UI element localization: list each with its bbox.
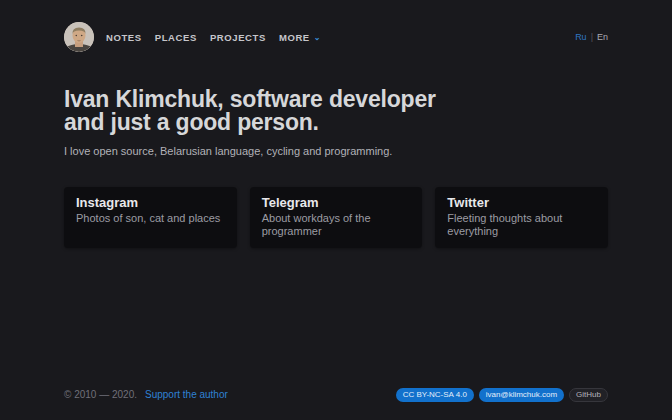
license-badge[interactable]: CC BY-NC-SA 4.0 bbox=[396, 388, 474, 403]
card-description: Photos of son, cat and places bbox=[76, 212, 225, 225]
card-title: Telegram bbox=[262, 195, 411, 210]
language-switcher: Ru | En bbox=[575, 32, 608, 42]
copyright-text: © 2010 — 2020. bbox=[64, 389, 137, 400]
nav-item-label: Notes bbox=[106, 32, 142, 43]
nav-item-label: More bbox=[279, 32, 310, 43]
card-telegram[interactable]: Telegram About workdays of the programme… bbox=[250, 187, 423, 248]
github-badge[interactable]: GitHub bbox=[569, 388, 608, 403]
site-footer: © 2010 — 2020. Support the author CC BY-… bbox=[0, 388, 672, 403]
page-title: Ivan Klimchuk, software developer and ju… bbox=[64, 88, 464, 134]
lang-separator: | bbox=[591, 32, 593, 42]
footer-badges: CC BY-NC-SA 4.0 ivan@klimchuk.com GitHub bbox=[396, 388, 608, 403]
site-header: Notes Places Projects More ⌄ Ru | En bbox=[0, 22, 672, 52]
nav-item-label: Projects bbox=[210, 32, 266, 43]
lang-current-en: En bbox=[597, 32, 608, 42]
main-nav: Notes Places Projects More ⌄ bbox=[106, 32, 321, 43]
nav-item-label: Places bbox=[155, 32, 197, 43]
nav-item-notes[interactable]: Notes bbox=[106, 32, 142, 43]
card-description: About workdays of the programmer bbox=[262, 212, 411, 238]
chevron-down-icon: ⌄ bbox=[314, 34, 321, 42]
nav-item-places[interactable]: Places bbox=[155, 32, 197, 43]
nav-item-projects[interactable]: Projects bbox=[210, 32, 266, 43]
support-author-link[interactable]: Support the author bbox=[145, 389, 228, 400]
social-cards: Instagram Photos of son, cat and places … bbox=[0, 187, 672, 248]
card-description: Fleeting thoughts about everything bbox=[447, 212, 596, 238]
email-badge[interactable]: ivan@klimchuk.com bbox=[479, 388, 564, 403]
card-title: Instagram bbox=[76, 195, 225, 210]
lang-link-ru[interactable]: Ru bbox=[575, 32, 587, 42]
hero-section: Ivan Klimchuk, software developer and ju… bbox=[0, 88, 672, 157]
avatar[interactable] bbox=[64, 22, 94, 52]
card-twitter[interactable]: Twitter Fleeting thoughts about everythi… bbox=[435, 187, 608, 248]
card-instagram[interactable]: Instagram Photos of son, cat and places bbox=[64, 187, 237, 248]
page-subtitle: I love open source, Belarusian language,… bbox=[64, 145, 608, 157]
avatar-photo bbox=[64, 22, 94, 52]
nav-item-more[interactable]: More ⌄ bbox=[279, 32, 321, 43]
card-title: Twitter bbox=[447, 195, 596, 210]
